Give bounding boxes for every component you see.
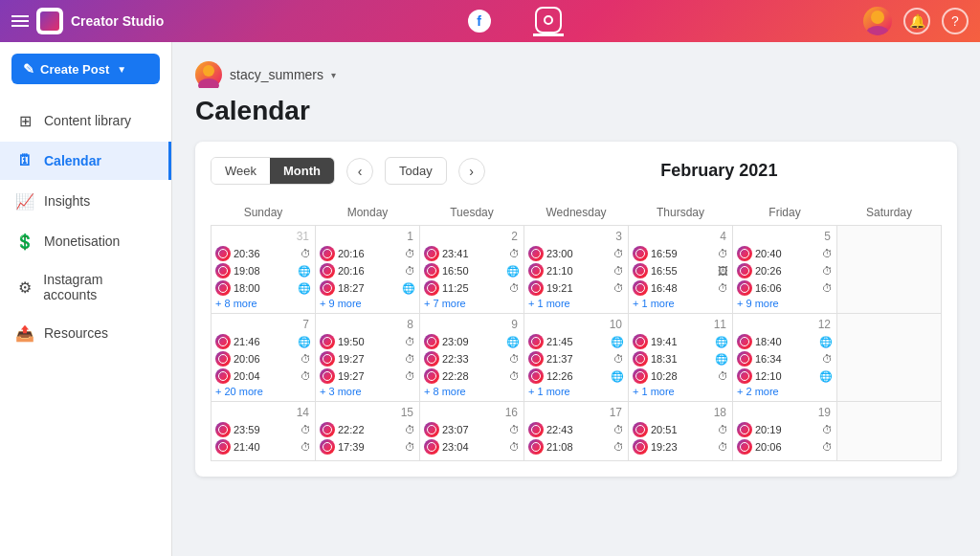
event-row[interactable]: 20:26⏱	[737, 263, 833, 278]
event-row[interactable]: 21:37⏱	[528, 351, 624, 367]
calendar-day-cell[interactable]: 1722:43⏱21:08⏱	[524, 402, 629, 461]
more-events-link[interactable]: + 20 more	[215, 386, 311, 397]
event-row[interactable]: 16:59⏱	[633, 246, 728, 261]
calendar-day-cell[interactable]: 1021:45🌐21:37⏱12:26🌐+ 1 more	[524, 314, 629, 402]
more-events-link[interactable]: + 3 more	[320, 386, 415, 397]
calendar-day-cell[interactable]: 323:00⏱21:10⏱19:21⏱+ 1 more	[524, 226, 629, 314]
event-row[interactable]: 16:06⏱	[737, 280, 833, 296]
sidebar-item-insights[interactable]: 📈 Insights	[0, 182, 171, 220]
notifications-icon[interactable]: 🔔	[903, 8, 930, 34]
more-events-link[interactable]: + 2 more	[737, 386, 833, 397]
event-row[interactable]: 16:55🖼	[633, 263, 728, 278]
sidebar-item-monetisation[interactable]: 💲 Monetisation	[0, 222, 171, 260]
more-events-link[interactable]: + 1 more	[633, 386, 728, 397]
event-row[interactable]: 22:33⏱	[424, 351, 520, 367]
event-row[interactable]: 18:00🌐	[215, 280, 311, 296]
event-row[interactable]: 17:39⏱	[320, 439, 415, 455]
event-row[interactable]: 20:16⏱	[320, 246, 415, 261]
event-row[interactable]: 20:16⏱	[320, 263, 415, 278]
event-row[interactable]: 21:10⏱	[528, 263, 624, 278]
event-row[interactable]: 22:28⏱	[424, 368, 520, 384]
sidebar-item-resources[interactable]: 📤 Resources	[0, 314, 171, 352]
user-dropdown-arrow[interactable]: ▾	[331, 70, 336, 80]
event-row[interactable]: 12:10🌐	[737, 368, 833, 384]
calendar-day-cell[interactable]: 923:09🌐22:33⏱22:28⏱+ 8 more	[420, 314, 524, 402]
instagram-tab[interactable]	[533, 6, 564, 36]
week-view-button[interactable]: Week	[212, 158, 270, 184]
event-row[interactable]: 16:48⏱	[633, 280, 728, 296]
event-row[interactable]: 10:28⏱	[633, 368, 728, 384]
event-row[interactable]: 20:06⏱	[737, 439, 833, 455]
event-row[interactable]: 18:31🌐	[633, 351, 728, 367]
calendar-day-cell[interactable]: 3120:36⏱19:08🌐18:00🌐+ 8 more	[212, 226, 316, 314]
calendar-day-cell[interactable]: 120:16⏱20:16⏱18:27🌐+ 9 more	[316, 226, 420, 314]
calendar-day-cell[interactable]: 1119:41🌐18:31🌐10:28⏱+ 1 more	[629, 314, 733, 402]
event-row[interactable]: 19:21⏱	[528, 280, 624, 296]
more-events-link[interactable]: + 1 more	[528, 298, 624, 309]
event-row[interactable]: 19:50⏱	[320, 334, 415, 349]
event-row[interactable]: 23:04⏱	[424, 439, 520, 455]
event-row[interactable]: 22:22⏱	[320, 422, 415, 437]
calendar-day-cell[interactable]: 819:50⏱19:27⏱19:27⏱+ 3 more	[316, 314, 420, 402]
calendar-day-cell[interactable]	[837, 402, 942, 461]
more-events-link[interactable]: + 1 more	[633, 298, 728, 309]
create-post-button[interactable]: ✎ Create Post ▼	[11, 54, 160, 84]
event-row[interactable]: 21:08⏱	[528, 439, 624, 455]
event-row[interactable]: 20:06⏱	[215, 351, 311, 367]
calendar-day-cell[interactable]: 1820:51⏱19:23⏱	[629, 402, 733, 461]
event-row[interactable]: 11:25⏱	[424, 280, 520, 296]
event-row[interactable]: 23:41⏱	[424, 246, 520, 261]
sidebar-item-calendar[interactable]: 🗓 Calendar	[0, 142, 171, 180]
event-row[interactable]: 20:19⏱	[737, 422, 833, 437]
event-row[interactable]: 19:27⏱	[320, 368, 415, 384]
event-row[interactable]: 18:27🌐	[320, 280, 415, 296]
event-row[interactable]: 21:46🌐	[215, 334, 311, 349]
event-row[interactable]: 12:26🌐	[528, 368, 624, 384]
event-row[interactable]: 23:59⏱	[215, 422, 311, 437]
calendar-day-cell[interactable]	[837, 226, 942, 314]
event-row[interactable]: 23:09🌐	[424, 334, 520, 349]
today-button[interactable]: Today	[385, 157, 447, 185]
hamburger-menu[interactable]	[11, 15, 29, 27]
calendar-day-cell[interactable]: 1623:07⏱23:04⏱	[420, 402, 524, 461]
event-row[interactable]: 23:00⏱	[528, 246, 624, 261]
month-view-button[interactable]: Month	[270, 158, 334, 184]
event-row[interactable]: 19:23⏱	[633, 439, 728, 455]
more-events-link[interactable]: + 7 more	[424, 298, 520, 309]
calendar-day-cell[interactable]: 1423:59⏱21:40⏱	[212, 402, 316, 461]
event-row[interactable]: 22:43⏱	[528, 422, 624, 437]
calendar-day-cell[interactable]	[837, 314, 942, 402]
event-row[interactable]: 20:51⏱	[633, 422, 728, 437]
event-row[interactable]: 19:27⏱	[320, 351, 415, 367]
event-row[interactable]: 21:45🌐	[528, 334, 624, 349]
more-events-link[interactable]: + 9 more	[320, 298, 415, 309]
help-icon[interactable]: ?	[942, 8, 969, 34]
calendar-day-cell[interactable]: 520:40⏱20:26⏱16:06⏱+ 9 more	[733, 226, 837, 314]
event-row[interactable]: 21:40⏱	[215, 439, 311, 455]
user-avatar-top[interactable]	[863, 7, 892, 35]
more-events-link[interactable]: + 8 more	[215, 298, 311, 309]
calendar-day-cell[interactable]: 1218:40🌐16:34⏱12:10🌐+ 2 more	[733, 314, 837, 402]
event-row[interactable]: 20:36⏱	[215, 246, 311, 261]
sidebar-item-instagram-accounts[interactable]: ⚙ Instagram accounts	[0, 262, 171, 312]
calendar-day-cell[interactable]: 223:41⏱16:50🌐11:25⏱+ 7 more	[420, 226, 524, 314]
event-row[interactable]: 19:41🌐	[633, 334, 728, 349]
event-row[interactable]: 23:07⏱	[424, 422, 520, 437]
event-row[interactable]: 18:40🌐	[737, 334, 833, 349]
calendar-day-cell[interactable]: 416:59⏱16:55🖼16:48⏱+ 1 more	[629, 226, 733, 314]
calendar-day-cell[interactable]: 1920:19⏱20:06⏱	[733, 402, 837, 461]
event-row[interactable]: 20:40⏱	[737, 246, 833, 261]
calendar-day-cell[interactable]: 721:46🌐20:06⏱20:04⏱+ 20 more	[212, 314, 316, 402]
more-events-link[interactable]: + 8 more	[424, 386, 520, 397]
event-row[interactable]: 20:04⏱	[215, 368, 311, 384]
more-events-link[interactable]: + 9 more	[737, 298, 833, 309]
prev-month-button[interactable]: ‹	[346, 158, 373, 185]
next-month-button[interactable]: ›	[458, 158, 485, 185]
event-row[interactable]: 19:08🌐	[215, 263, 311, 278]
event-row[interactable]: 16:34⏱	[737, 351, 833, 367]
facebook-tab[interactable]: f	[464, 6, 495, 36]
calendar-day-cell[interactable]: 1522:22⏱17:39⏱	[316, 402, 420, 461]
sidebar-item-content-library[interactable]: ⊞ Content library	[0, 101, 171, 140]
event-row[interactable]: 16:50🌐	[424, 263, 520, 278]
more-events-link[interactable]: + 1 more	[528, 386, 624, 397]
